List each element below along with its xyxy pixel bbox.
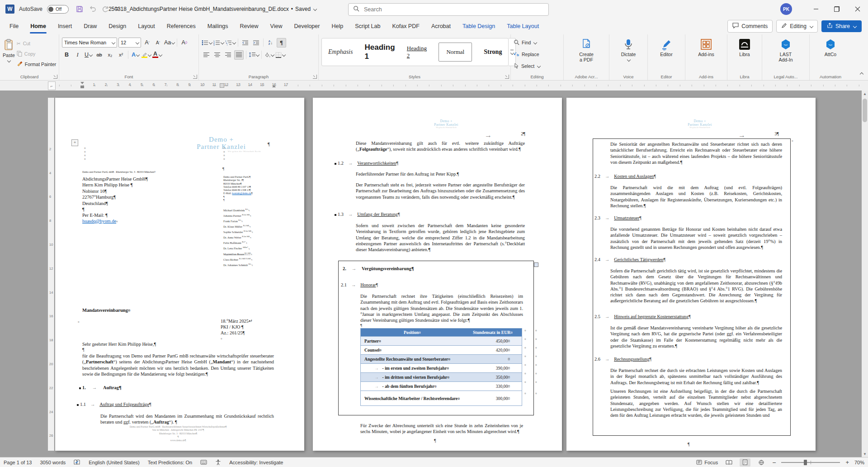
tab-table-design[interactable]: Table Design [457, 18, 501, 34]
clipboard-dialog-launcher[interactable] [53, 75, 57, 79]
italic-button[interactable]: I [73, 50, 82, 60]
fee-table[interactable]: Position¤Stundensatz in EUR¤ Partner¤450… [360, 328, 522, 406]
shrink-font-button[interactable]: Aˇ [153, 38, 163, 48]
shading-button[interactable] [264, 50, 274, 60]
page-2[interactable]: Demo + Partner Kanzlei Wir geben der Wir… [313, 98, 562, 451]
zoom-slider-thumb[interactable] [804, 460, 807, 465]
scroll-down-icon[interactable]: ▼ [862, 451, 868, 457]
proofing-icon[interactable] [74, 459, 80, 465]
read-mode-button[interactable] [723, 458, 734, 467]
editor-button[interactable]: Editor [654, 37, 679, 73]
zoom-in-button[interactable]: + [845, 459, 849, 466]
text-predictions[interactable]: Text Predictions: On [148, 460, 192, 465]
document-canvas[interactable]: 2468101214161820222426 Demo + Partner Ka… [0, 91, 868, 457]
print-layout-button[interactable] [740, 458, 750, 467]
zoom-slider[interactable] [781, 462, 840, 463]
tab-draw[interactable]: Draw [78, 18, 103, 34]
account-avatar[interactable]: PK [780, 3, 792, 15]
attco-button[interactable]: AttCo [817, 37, 844, 73]
word-app-icon[interactable]: W [5, 5, 14, 14]
firm-email-link[interactable]: kontakt@demo.de [232, 192, 251, 195]
underline-button[interactable]: U [84, 50, 93, 60]
predictions-icon[interactable] [200, 460, 207, 465]
scroll-up-icon[interactable]: ▲ [862, 91, 868, 97]
style-heading2[interactable]: Heading 2 [407, 45, 427, 59]
numbering-button[interactable]: 123 [213, 38, 224, 48]
align-left-button[interactable] [202, 50, 211, 60]
font-name-combo[interactable]: Times New Roman [62, 38, 117, 48]
align-center-button[interactable] [212, 50, 222, 60]
tab-layout[interactable]: Layout [132, 18, 161, 34]
right-indent-marker[interactable] [272, 85, 276, 87]
style-emphasis[interactable]: Emphasis [328, 48, 353, 56]
web-layout-button[interactable] [756, 458, 767, 467]
subscript-button[interactable]: x₂ [105, 50, 115, 60]
tab-review[interactable]: Review [234, 18, 264, 34]
tab-insert[interactable]: Insert [52, 18, 78, 34]
scrollbar-thumb[interactable] [863, 99, 867, 122]
line-spacing-button[interactable] [249, 50, 259, 60]
borders-button[interactable] [275, 50, 285, 60]
zoom-out-button[interactable]: − [772, 459, 776, 466]
table-selection-handle[interactable] [534, 262, 538, 267]
increase-indent-button[interactable] [251, 38, 261, 48]
language-indicator[interactable]: English (United States) [89, 460, 140, 465]
style-normal[interactable]: Normal [439, 43, 472, 62]
multilevel-list-button[interactable]: 1ai [225, 38, 236, 48]
align-right-button[interactable] [223, 50, 233, 60]
paragraph-dialog-launcher[interactable] [313, 75, 317, 79]
last-addin-button[interactable]: LASTAdd-In [770, 37, 802, 73]
font-size-combo[interactable]: 12 [118, 38, 141, 48]
grow-font-button[interactable]: Aˆ [142, 38, 152, 48]
share-button[interactable]: Share [821, 20, 862, 32]
tab-table-layout[interactable]: Table Layout [501, 18, 545, 34]
select-button[interactable]: Select [514, 62, 540, 71]
close-button[interactable] [847, 0, 868, 18]
paste-button[interactable]: Paste [3, 37, 15, 73]
style-heading1[interactable]: Heading 1 [364, 43, 395, 61]
strikethrough-button[interactable]: ab [94, 50, 104, 60]
restore-button[interactable] [826, 0, 847, 18]
minimize-button[interactable] [806, 0, 826, 18]
change-case-button[interactable]: Aa [164, 38, 175, 48]
bold-button[interactable]: B [62, 50, 71, 60]
clear-formatting-button[interactable]: A◊ [179, 38, 189, 48]
tab-acrobat[interactable]: Acrobat [425, 18, 457, 34]
search-input[interactable] [363, 6, 544, 13]
tab-developer[interactable]: Developer [288, 18, 326, 34]
tab-kofax-pdf[interactable]: Kofax PDF [386, 18, 425, 34]
format-painter-button[interactable]: Format Painter [17, 60, 56, 69]
accessibility-status[interactable]: Accessibility: Investigate [229, 460, 283, 465]
recipient-email-link[interactable]: huasdq@byom.de [82, 219, 116, 224]
word-count[interactable]: 3050 words [40, 460, 66, 465]
justify-button[interactable] [234, 50, 244, 60]
vertical-scrollbar[interactable]: ▲ ▼ [862, 91, 868, 457]
style-strong[interactable]: Strong [484, 48, 502, 56]
editing-mode-button[interactable]: Editing [776, 20, 818, 33]
bullets-button[interactable] [202, 38, 212, 48]
add-ins-button[interactable]: Add-ins [692, 37, 721, 73]
page-indicator[interactable]: Page 1 of 13 [4, 460, 32, 465]
tab-help[interactable]: Help [326, 18, 349, 34]
highlight-button[interactable] [142, 50, 151, 60]
tab-file[interactable]: File [4, 18, 24, 34]
text-effects-button[interactable]: A [131, 50, 140, 60]
save-icon[interactable] [76, 5, 83, 13]
decrease-indent-button[interactable] [241, 38, 250, 48]
table-move-handle[interactable]: + [71, 139, 78, 146]
zoom-level[interactable]: 70% [854, 460, 864, 465]
tab-design[interactable]: Design [103, 18, 132, 34]
dictate-button[interactable]: Dictate [615, 37, 642, 73]
font-dialog-launcher[interactable] [193, 75, 197, 79]
replace-button[interactable]: bReplace [514, 50, 540, 59]
horizontal-ruler[interactable]: ⌐ 1234567891011121314151617 [0, 81, 868, 91]
undo-icon[interactable] [89, 5, 96, 13]
accessibility-icon[interactable] [215, 459, 221, 465]
show-formatting-marks-button[interactable]: ¶ [277, 38, 286, 48]
sort-button[interactable]: AZ↓ [266, 38, 275, 48]
page-3[interactable]: Demo + Partner Kanzlei Wir geben der Wir… [566, 98, 816, 451]
search-bar[interactable] [348, 3, 549, 16]
libra-button[interactable]: Libra [733, 37, 756, 73]
collapse-ribbon-icon[interactable] [858, 70, 864, 76]
find-button[interactable]: Find [514, 38, 540, 47]
